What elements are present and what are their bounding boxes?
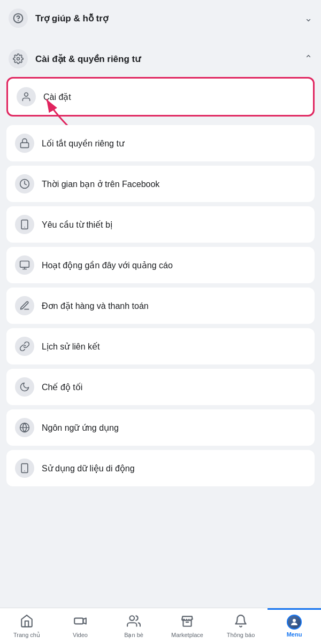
nav-item-friends[interactable]: Bạn bè <box>107 608 160 644</box>
thoi-gian-icon <box>15 174 34 193</box>
loi-tat-icon <box>15 134 34 153</box>
settings-icon <box>9 49 28 68</box>
cai-dat-label: Cài đặt <box>43 92 71 102</box>
ngon-ngu-label: Ngôn ngữ ứng dụng <box>42 423 119 433</box>
help-section-title: Trợ giúp & hỗ trợ <box>35 13 108 24</box>
hoat-dong-icon <box>15 255 34 275</box>
lich-su-icon <box>15 337 34 356</box>
nav-video-label: Video <box>73 632 88 638</box>
svg-rect-16 <box>74 618 83 624</box>
svg-point-18 <box>129 616 134 620</box>
nav-notifications-label: Thông báo <box>227 632 255 638</box>
yeu-cau-label: Yêu cầu từ thiết bị <box>42 220 112 230</box>
lich-su-label: Lịch sử liên kết <box>42 342 100 352</box>
nav-menu-label: Menu <box>287 631 302 638</box>
menu-item-lich-su[interactable]: Lịch sử liên kết <box>6 328 315 364</box>
thoi-gian-label: Thời gian bạn ở trên Facebook <box>42 179 159 189</box>
notifications-icon <box>234 614 248 630</box>
menu-item-don-dat-hang[interactable]: Đơn đặt hàng và thanh toán <box>6 288 315 324</box>
nav-home-label: Trang chủ <box>13 632 40 639</box>
menu-item-thoi-gian[interactable]: Thời gian bạn ở trên Facebook <box>6 166 315 202</box>
menu-item-su-dung[interactable]: Sử dụng dữ liệu di động <box>6 450 315 486</box>
bottom-nav: Trang chủ Video Bạn bè <box>0 608 321 644</box>
su-dung-label: Sử dụng dữ liệu di động <box>42 463 135 474</box>
menu-item-yeu-cau[interactable]: Yêu cầu từ thiết bị <box>6 206 315 243</box>
nav-item-marketplace[interactable]: Marketplace <box>160 608 214 644</box>
che-do-toi-icon <box>15 377 34 397</box>
su-dung-icon <box>15 459 34 478</box>
cai-dat-icon <box>17 87 36 106</box>
menu-item-che-do-toi[interactable]: Chế độ tối <box>6 369 315 405</box>
help-section: Trợ giúp & hỗ trợ ⌄ <box>6 0 315 36</box>
menu-items-wrapper: Cài đặt <box>6 77 315 486</box>
menu-item-loi-tat[interactable]: Lối tắt quyền riêng tư <box>6 125 315 161</box>
hoat-dong-label: Hoạt động gần đây với quảng cáo <box>42 260 173 270</box>
svg-point-2 <box>17 58 20 60</box>
nav-marketplace-label: Marketplace <box>171 632 203 638</box>
nav-item-notifications[interactable]: Thông báo <box>214 608 268 644</box>
che-do-toi-label: Chế độ tối <box>42 382 82 392</box>
menu-avatar <box>287 615 302 630</box>
don-dat-hang-icon <box>15 296 34 315</box>
loi-tat-label: Lối tắt quyền riêng tư <box>42 138 124 149</box>
settings-section-header[interactable]: Cài đặt & quyền riêng tư ⌃ <box>6 41 315 77</box>
svg-point-3 <box>25 93 28 97</box>
yeu-cau-icon <box>15 215 34 234</box>
menu-items-list: Cài đặt <box>6 77 315 486</box>
help-icon <box>9 9 28 28</box>
svg-rect-5 <box>21 143 29 148</box>
friends-icon <box>127 614 141 630</box>
svg-point-19 <box>293 619 296 622</box>
svg-rect-9 <box>20 261 29 268</box>
home-icon <box>20 614 34 630</box>
nav-friends-label: Bạn bè <box>124 632 143 639</box>
svg-rect-7 <box>21 220 28 229</box>
settings-section: Cài đặt & quyền riêng tư ⌃ Cài đặt <box>6 41 315 486</box>
help-chevron-icon: ⌄ <box>304 12 312 24</box>
settings-section-title: Cài đặt & quyền riêng tư <box>35 53 141 65</box>
menu-item-hoat-dong[interactable]: Hoạt động gần đây với quảng cáo <box>6 247 315 283</box>
menu-item-ngon-ngu[interactable]: Ngôn ngữ ứng dụng <box>6 409 315 446</box>
help-section-header[interactable]: Trợ giúp & hỗ trợ ⌄ <box>6 0 315 36</box>
svg-marker-17 <box>83 618 86 624</box>
menu-item-cai-dat[interactable]: Cài đặt <box>6 77 315 117</box>
nav-item-home[interactable]: Trang chủ <box>0 608 54 644</box>
ngon-ngu-icon <box>15 418 34 437</box>
nav-item-video[interactable]: Video <box>54 608 107 644</box>
settings-chevron-icon: ⌃ <box>304 53 312 65</box>
nav-item-menu[interactable]: Menu <box>268 608 321 644</box>
marketplace-icon <box>180 614 194 630</box>
don-dat-hang-label: Đơn đặt hàng và thanh toán <box>42 301 149 311</box>
video-icon <box>73 614 87 630</box>
